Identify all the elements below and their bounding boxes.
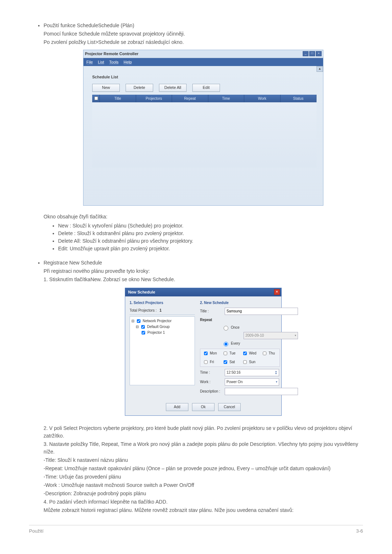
window-title: Projector Remote Controller: [85, 51, 138, 57]
once-date-value: 2009-09-10: [245, 333, 264, 338]
time-value: 12:50:16: [226, 370, 241, 375]
tree-projector-checkbox[interactable]: [142, 331, 145, 335]
day-fri[interactable]: [204, 360, 208, 364]
once-label: Once: [231, 325, 240, 330]
schedule-list-window: Projector Remote Controller _ □ × File L…: [83, 50, 323, 206]
tree-root-label: Network Projector: [143, 318, 171, 324]
tree-projector[interactable]: Projector 1: [131, 330, 193, 336]
tree-collapse-icon[interactable]: ⊟: [131, 318, 134, 324]
chevron-down-icon[interactable]: ▾: [276, 380, 277, 384]
section-new-schedule: 2. New Schedule: [200, 300, 298, 305]
tree-group[interactable]: ⊟ Default Group: [131, 324, 193, 330]
work-value: Power On: [226, 379, 242, 385]
table-header: Title Projectors Repeat Time Work Status: [92, 95, 317, 102]
time-input[interactable]: 12:50:16 ▲▼: [225, 369, 279, 376]
days-box: Mon Tue Wed Thu Fri Sat Sun: [200, 349, 280, 367]
scroll-up-icon[interactable]: ▲: [317, 66, 323, 72]
edit-button[interactable]: Edit: [192, 84, 220, 92]
repeat-label: Repeat: [200, 317, 222, 323]
footer-right: 3-6: [356, 528, 363, 535]
para-title-desc: -Title: Slouží k nastavení názvu plánu: [44, 456, 363, 464]
tree-collapse-icon[interactable]: ⊟: [136, 324, 139, 329]
description-label: Description :: [200, 389, 222, 394]
panel-title: Schedule List: [92, 74, 317, 80]
menu-list[interactable]: List: [98, 59, 104, 65]
menu-file[interactable]: File: [86, 59, 93, 65]
para-time-desc: -Time: Určuje čas provedení plánu: [44, 473, 363, 481]
day-wed[interactable]: [243, 352, 247, 355]
delete-all-button[interactable]: Delete All: [159, 84, 187, 92]
once-date-disabled: 2009-09-10 ▾: [244, 332, 298, 339]
projector-tree[interactable]: ⊟ Network Projector ⊟ Default Group Proj…: [130, 316, 195, 385]
para-schedule-intro-1: Pomocí funkce Schedule můžete spravovat …: [44, 30, 363, 38]
total-projectors-label: Total Projectors :: [130, 308, 156, 313]
bullet-edit: Edit: Umožňuje upravit plán pro zvolený …: [58, 245, 363, 253]
para-schedule-intro-2: Po zvolení položky List>Schedule se zobr…: [44, 38, 363, 46]
title-input[interactable]: [225, 308, 298, 315]
bullet-delete-all: Delete All: Slouží k odstranění plánu pr…: [58, 237, 363, 245]
day-sat-label: Sat: [229, 359, 235, 365]
maximize-icon[interactable]: □: [309, 51, 315, 56]
total-projectors-value: 1: [159, 308, 162, 313]
col-title[interactable]: Title: [100, 95, 136, 102]
tree-root[interactable]: ⊟ Network Projector: [131, 318, 193, 324]
tree-root-checkbox[interactable]: [137, 319, 140, 323]
col-time[interactable]: Time: [208, 95, 245, 102]
title-label: Title :: [200, 308, 222, 314]
new-button[interactable]: New: [92, 84, 120, 92]
dialog-title-bar: New Schedule ×: [125, 288, 281, 296]
heading-new-schedule: Registrace New Schedule: [44, 260, 102, 266]
para-description-desc: -Description: Zobrazuje podrobný popis p…: [44, 490, 363, 497]
day-mon[interactable]: [204, 352, 208, 355]
col-repeat[interactable]: Repeat: [172, 95, 208, 102]
add-button[interactable]: Add: [166, 403, 188, 411]
day-sat[interactable]: [224, 360, 227, 364]
para-step-2: 2. V poli Select Projectors vyberte proj…: [44, 424, 363, 440]
day-thu[interactable]: [263, 352, 266, 355]
menu-bar: File List Tools Help: [83, 58, 323, 66]
work-select[interactable]: Power On ▾: [225, 378, 279, 386]
day-tue[interactable]: [224, 352, 227, 355]
delete-button[interactable]: Delete: [126, 84, 153, 92]
ok-button[interactable]: Ok: [192, 403, 215, 411]
para-repeat-desc: -Repeat: Umožňuje nastavit opakování plá…: [44, 465, 363, 472]
day-sun[interactable]: [243, 360, 247, 364]
tree-projector-label: Projector 1: [147, 330, 165, 335]
day-wed-label: Wed: [249, 350, 256, 356]
para-history: Můžete zobrazit historii registrací plán…: [44, 506, 363, 514]
para-step-1: 1. Stisknutím tlačítkaNew. Zobrazí se ok…: [44, 276, 363, 283]
para-four-buttons: Okno obsahuje čtyři tlačítka:: [44, 213, 363, 221]
day-thu-label: Thu: [269, 350, 275, 356]
tree-group-label: Default Group: [147, 324, 170, 329]
work-label: Work :: [200, 379, 222, 385]
menu-tools[interactable]: Tools: [109, 59, 119, 65]
bullet-new: New : Slouží k vytvoření plánu (Schedule…: [58, 222, 363, 230]
day-sun-label: Sun: [249, 359, 256, 365]
menu-help[interactable]: Help: [124, 59, 132, 65]
day-tue-label: Tue: [229, 350, 236, 356]
close-icon[interactable]: ×: [316, 51, 322, 56]
col-work[interactable]: Work: [244, 95, 281, 102]
every-radio[interactable]: [224, 342, 228, 346]
para-step-4: 4. Po zadání všech informací klepněte na…: [44, 498, 363, 506]
footer-left: Použití: [29, 528, 44, 535]
spin-down-icon[interactable]: ▼: [275, 373, 277, 375]
every-label: Every: [231, 341, 240, 346]
new-schedule-dialog: New Schedule × 1. Select Projectors Tota…: [125, 288, 282, 416]
para-step-3: 3. Nastavte položky Title, Repeat, Time …: [44, 440, 363, 456]
header-checkbox[interactable]: [92, 95, 100, 102]
description-input[interactable]: [225, 388, 298, 395]
day-mon-label: Mon: [210, 350, 217, 356]
heading-schedule-function: Použití funkce ScheduleSchedule (Plán): [44, 22, 134, 28]
cancel-button[interactable]: Cancel: [218, 403, 241, 411]
col-status[interactable]: Status: [281, 95, 317, 102]
close-icon[interactable]: ×: [274, 289, 280, 295]
tree-group-checkbox[interactable]: [141, 325, 145, 329]
col-projectors[interactable]: Projectors: [136, 95, 172, 102]
dialog-title: New Schedule: [128, 289, 155, 295]
chevron-down-icon: ▾: [295, 333, 296, 338]
once-radio[interactable]: [224, 326, 228, 331]
minimize-icon[interactable]: _: [303, 51, 309, 56]
bullet-delete: Delete : Slouží k odstranění plánu pro z…: [58, 230, 363, 237]
day-fri-label: Fri: [210, 359, 214, 365]
